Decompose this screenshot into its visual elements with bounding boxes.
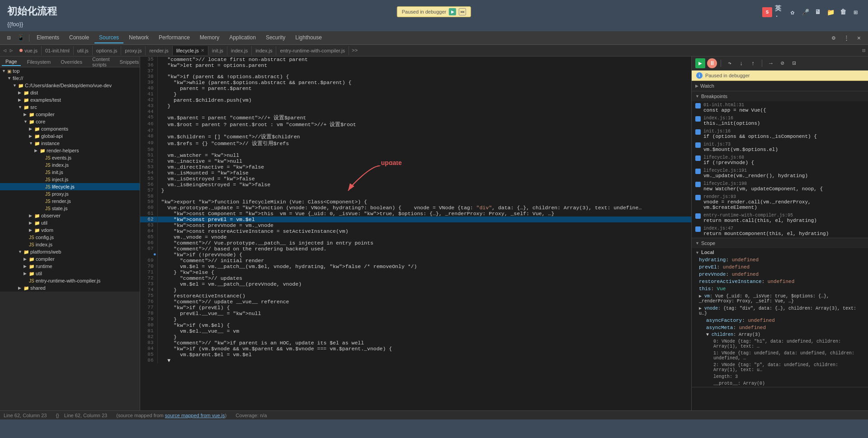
line-content[interactable]: "kw">export "kw">function lifecycleMixin…	[157, 199, 691, 205]
line-content[interactable]: "kw">while (parent.$options.abstract && …	[157, 80, 691, 85]
tree-item-vue-dev[interactable]: ▼ 📁 C:/Users/danke/Desktop/demo/vue-dev	[0, 82, 140, 89]
scope-local-group[interactable]: ▼Local	[692, 248, 868, 256]
devtools-cursor-icon[interactable]: ⊡	[4, 33, 14, 43]
line-content[interactable]: "kw">const prevVnode = vm._vnode	[157, 222, 691, 228]
tree-item-events-js[interactable]: ▶ JS events.js	[0, 154, 140, 161]
line-content[interactable]	[157, 68, 691, 74]
line-content[interactable]: vm.$parent = parent "comment">//+ 设置$par…	[157, 114, 691, 121]
tab-console[interactable]: Console	[65, 33, 94, 43]
tree-item-index-js-instance[interactable]: ▶ JS index.js	[0, 161, 140, 169]
dont-pause-button[interactable]: ⊡	[789, 58, 799, 68]
file-tab-lifecycle-js[interactable]: lifecycle.js ✕	[173, 46, 208, 55]
tree-item-index-js-core[interactable]: ▶ JS index.js	[0, 241, 140, 248]
source-tab-content-scripts[interactable]: Content scripts	[89, 57, 113, 68]
line-content[interactable]: } "kw">else {	[157, 269, 691, 275]
line-content[interactable]: "comment">// initial render	[157, 258, 691, 264]
trash-icon[interactable]: 🗑	[838, 7, 848, 17]
tree-item-global-api[interactable]: ▶ 📁 global-api	[0, 132, 140, 140]
tree-item-entry-runtime[interactable]: ▶ JS entry-runtime-with-compiler.js	[0, 277, 140, 284]
line-content[interactable]: vm.$root = parent ? parent.$root : vm "c…	[157, 121, 691, 128]
tree-item-src[interactable]: ▼ 📁 src	[0, 104, 140, 111]
line-content[interactable]: "comment">// update __vue__ reference	[157, 299, 691, 305]
tree-item-init-js-instance[interactable]: ▶ JS init.js	[0, 169, 140, 176]
step-button[interactable]: →	[766, 58, 776, 68]
file-tab-index-js-2[interactable]: index.js	[252, 46, 276, 55]
tree-item-compiler-plat[interactable]: ▶ 📁 compiler	[0, 255, 140, 263]
line-content[interactable]: vm._inactive = "kw">null	[157, 158, 691, 164]
source-tab-snippets[interactable]: Snippets	[116, 58, 142, 66]
line-content[interactable]: "comment">// Vue.prototype.__patch__ is …	[157, 240, 691, 246]
customize-devtools-icon[interactable]: ⚙	[828, 33, 839, 43]
tab-lighthouse[interactable]: Lighthouse	[291, 33, 326, 43]
file-tab-vue-js[interactable]: vue.js	[16, 46, 42, 55]
file-tab-options-js[interactable]: options.js	[93, 46, 121, 55]
settings-icon-1[interactable]: ✿	[788, 7, 797, 17]
tree-item-platforms-web[interactable]: ▼ 📁 platforms/web	[0, 248, 140, 255]
grid-icon[interactable]: ⊞	[851, 7, 861, 17]
file-tab-index-js-1[interactable]: index.js	[227, 46, 252, 55]
line-content[interactable]: vm.$el = vm.__patch__(prevVnode, vnode)	[157, 281, 691, 287]
tree-item-inject-js[interactable]: ▶ JS inject.js	[0, 176, 140, 183]
line-content[interactable]: }	[157, 316, 691, 322]
line-content[interactable]: prevEl.__vue__ = "kw">null	[157, 311, 691, 316]
line-content[interactable]: ▼	[157, 358, 691, 363]
scope-section-header[interactable]: ▼ Scope	[692, 238, 868, 248]
line-content[interactable]: "kw">let parent = options.parent	[157, 62, 691, 68]
step-over-button[interactable]: ⏭	[459, 8, 466, 15]
tab-memory[interactable]: Memory	[195, 33, 224, 43]
tab-elements[interactable]: Elements	[32, 33, 64, 43]
line-content[interactable]: }	[157, 334, 691, 340]
breakpoint-checkbox[interactable]	[695, 116, 701, 122]
line-content[interactable]: vm.$parent.$el = vm.$el	[157, 352, 691, 358]
tree-item-config-js[interactable]: ▶ JS config.js	[0, 234, 140, 241]
tree-item-vdom[interactable]: ▶ 📁 vdom	[0, 226, 140, 234]
breakpoints-section-header[interactable]: ▼ Breakpoints	[692, 91, 868, 101]
breakpoint-checkbox[interactable]	[695, 226, 701, 232]
file-tab-init-js[interactable]: init.js	[208, 46, 227, 55]
line-content[interactable]: "kw">const restoreActiveInstance = setAc…	[157, 228, 691, 234]
tree-item-util-plat[interactable]: ▶ 📁 util	[0, 270, 140, 277]
line-content[interactable]: }	[157, 287, 691, 293]
tree-item-observer[interactable]: ▶ 📁 observer	[0, 212, 140, 219]
tree-item-render-js-instance[interactable]: ▶ JS render.js	[0, 198, 140, 205]
line-content[interactable]: "kw">if (vm.$el) {	[157, 322, 691, 328]
breakpoint-checkbox[interactable]	[695, 129, 701, 135]
more-file-tabs-icon[interactable]: >>	[349, 48, 360, 53]
step-over-button-debug[interactable]: ↷	[725, 58, 735, 68]
line-content[interactable]: vm._isBeingDestroyed = "kw">false	[157, 182, 691, 188]
deactivate-breakpoints-button[interactable]: ⊘	[778, 58, 788, 68]
tree-item-top[interactable]: ▼ ▣ top	[0, 67, 140, 75]
line-content[interactable]: vm._directInactive = "kw">false	[157, 164, 691, 170]
tree-item-lifecycle-js[interactable]: ▶ JS lifecycle.js	[0, 183, 140, 190]
tree-item-compiler[interactable]: ▶ 📁 compiler	[0, 111, 140, 118]
breakpoint-checkbox[interactable]	[695, 182, 701, 187]
step-into-button[interactable]: ↓	[736, 58, 746, 68]
close-devtools-icon[interactable]: ✕	[854, 33, 864, 43]
line-content[interactable]: vm.$children = [] "comment">//设置$childre…	[157, 133, 691, 140]
line-content[interactable]: "kw">const prevEl = vm.$el	[157, 217, 691, 222]
file-tab-render-js[interactable]: render.js	[146, 46, 172, 55]
file-tab-util-js[interactable]: util.js	[74, 46, 93, 55]
tree-item-proxy-js-instance[interactable]: ▶ JS proxy.js	[0, 190, 140, 198]
tree-item-util-core[interactable]: ▶ 📁 util	[0, 219, 140, 226]
tree-item-file[interactable]: ▼ file://	[0, 75, 140, 82]
close-lifecycle-tab-icon[interactable]: ✕	[201, 48, 204, 53]
tree-item-dist[interactable]: ▶ 📁 dist	[0, 89, 140, 96]
line-content[interactable]: vm.$el = vm.__patch__(vm.$el, vnode, hyd…	[157, 264, 691, 269]
more-options-icon[interactable]: ⋮	[841, 33, 852, 43]
line-content[interactable]: vm._vnode = vnode	[157, 234, 691, 240]
breakpoint-checkbox[interactable]	[695, 103, 701, 108]
line-content[interactable]: vm._watcher = "kw">null	[157, 152, 691, 158]
tab-application[interactable]: Application	[225, 33, 260, 43]
breakpoint-checkbox[interactable]	[695, 195, 701, 200]
line-content[interactable]	[157, 147, 691, 152]
tree-item-instance[interactable]: ▼ 📁 instance	[0, 140, 140, 147]
line-content[interactable]: Vue.prototype._update = "kw">function (v…	[157, 205, 691, 211]
tree-item-render-helpers[interactable]: ▶ 📁 render-helpers	[0, 147, 140, 154]
resume-execution-button[interactable]: ▶	[695, 58, 705, 68]
forward-icon[interactable]: ▷	[9, 47, 14, 54]
file-tab-01-init[interactable]: 01-init.html	[42, 46, 74, 55]
line-content[interactable]: vm._isMounted = "kw">false	[157, 170, 691, 176]
pause-on-exceptions-button[interactable]: ⏸	[707, 58, 717, 68]
breakpoint-checkbox[interactable]	[695, 142, 701, 148]
